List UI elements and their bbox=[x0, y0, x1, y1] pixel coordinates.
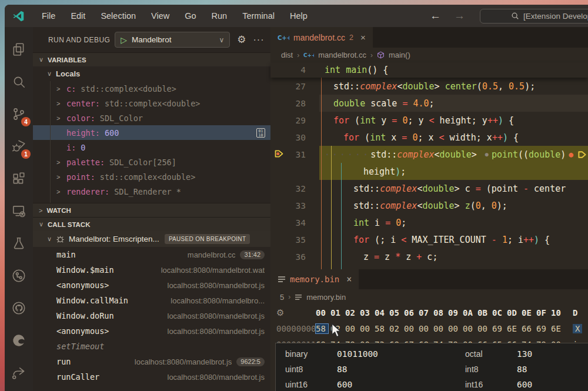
watch-section-header[interactable]: > WATCH bbox=[33, 203, 270, 217]
code-line-34[interactable]: 34int i = 0; bbox=[270, 214, 588, 231]
stack-frame-main[interactable]: mainmandelbrot.cc31:42 bbox=[33, 247, 270, 262]
remote-explorer-icon[interactable] bbox=[5, 195, 33, 227]
debug-settings-gear-icon[interactable]: ⚙ bbox=[237, 34, 246, 46]
hex-byte[interactable]: 00 bbox=[448, 324, 463, 333]
variable-row-renderer[interactable]: >renderer:SDL_Renderer * bbox=[33, 184, 270, 199]
more-actions-icon[interactable]: ··· bbox=[253, 35, 264, 45]
paused-status-badge: PAUSED ON BREAKPOINT bbox=[165, 234, 250, 244]
breadcrumb-folder[interactable]: dist bbox=[281, 51, 293, 59]
code-line-31[interactable]: 31······std::complex<double> ●point((dou… bbox=[270, 146, 588, 163]
extensions-icon[interactable] bbox=[5, 162, 33, 195]
code-editor[interactable]: 27std::complex<double> center(0.5, 0.5);… bbox=[270, 78, 588, 269]
inspector-value: 88 bbox=[517, 362, 588, 377]
variable-row-height[interactable]: height:6000110 bbox=[33, 125, 270, 140]
stack-frame-run[interactable]: runlocalhost:8080/mandelbrot.js9622:5 bbox=[33, 354, 270, 369]
stack-frame-WindowdoRun[interactable]: Window.doRunlocalhost:8080/mandelbrot.js bbox=[33, 308, 270, 323]
github-icon[interactable] bbox=[5, 292, 33, 324]
code-line-29[interactable]: 29for (int y = 0; y < height; y++) { bbox=[270, 112, 588, 129]
hex-byte[interactable]: 6E bbox=[551, 324, 566, 333]
view-binary-icon[interactable]: 0110 bbox=[256, 128, 265, 138]
menu-item-file[interactable]: File bbox=[34, 8, 63, 24]
hex-byte[interactable]: 00 bbox=[419, 324, 433, 333]
tab-memory-bin[interactable]: memory.bin × bbox=[270, 269, 359, 289]
hex-byte[interactable]: 69 bbox=[536, 324, 551, 333]
variable-row-center[interactable]: >center:std::complex<double> bbox=[33, 96, 270, 111]
source-control-icon[interactable]: 4 bbox=[5, 98, 33, 130]
sticky-scroll-line[interactable]: 4int main() { bbox=[270, 62, 588, 78]
menu-item-view[interactable]: View bbox=[143, 8, 177, 24]
stack-frame-anonymous[interactable]: <anonymous>localhost:8080/mandelbrot.js bbox=[33, 323, 270, 339]
stack-frame-setTimeout[interactable]: setTimeout bbox=[33, 339, 270, 354]
hex-byte[interactable]: 00 bbox=[463, 324, 477, 333]
hex-byte[interactable]: 00 bbox=[360, 324, 375, 333]
launch-config-dropdown[interactable]: ▷ Mandelbrot ∨ bbox=[115, 32, 230, 48]
menu-item-selection[interactable]: Selection bbox=[93, 8, 143, 24]
hex-byte[interactable]: 00 bbox=[477, 324, 492, 333]
hierarchy-icon[interactable] bbox=[5, 259, 33, 292]
variable-row-c[interactable]: >c:std::complex<double> bbox=[33, 81, 270, 96]
nav-back-icon[interactable]: ← bbox=[423, 9, 447, 22]
hex-byte[interactable]: 58 bbox=[375, 324, 389, 333]
menu-item-help[interactable]: Help bbox=[282, 8, 315, 24]
variables-section-header[interactable]: ∨ VARIABLES bbox=[33, 52, 270, 66]
menu-item-terminal[interactable]: Terminal bbox=[235, 8, 282, 24]
code-line-wrap[interactable]: height); bbox=[270, 163, 588, 180]
code-line-35[interactable]: 35for (; i < MAX_ITER_COUNT - 1; i++) { bbox=[270, 231, 588, 248]
hex-editor-body[interactable]: ⚙ 000102030405060708090A0B0C0D0E0F10 D 0… bbox=[270, 305, 588, 391]
close-icon[interactable]: × bbox=[360, 32, 366, 42]
hex-byte[interactable]: 58 bbox=[316, 324, 328, 333]
hex-row-00000000[interactable]: 00000000580200005802000000000000696E6669… bbox=[270, 320, 588, 336]
breadcrumb-number[interactable]: 5 bbox=[280, 293, 284, 302]
code-text: if (abs(z) > 2) break; bbox=[319, 265, 588, 269]
breadcrumb-symbol[interactable]: main() bbox=[389, 51, 410, 59]
variable-row-i[interactable]: i:0 bbox=[33, 140, 270, 155]
variable-row-point[interactable]: >point:std::complex<double> bbox=[33, 169, 270, 184]
breadcrumb-file[interactable]: memory.bin bbox=[306, 293, 346, 302]
variable-row-scale[interactable]: scale: bbox=[33, 199, 270, 203]
breadcrumb-file[interactable]: mandelbrot.cc bbox=[318, 51, 366, 59]
variable-row-color[interactable]: >color:SDL_Color bbox=[33, 111, 270, 125]
code-line-27[interactable]: 27std::complex<double> center(0.5, 0.5); bbox=[270, 78, 588, 95]
menu-item-edit[interactable]: Edit bbox=[63, 8, 93, 24]
explorer-icon[interactable] bbox=[5, 33, 33, 65]
hex-byte[interactable]: 00 bbox=[404, 324, 419, 333]
menu-item-run[interactable]: Run bbox=[204, 8, 235, 24]
stack-frame-anonymous[interactable]: <anonymous>localhost:8080/mandelbrot.js bbox=[33, 278, 270, 293]
hex-byte[interactable]: 00 bbox=[433, 324, 448, 333]
command-center-search[interactable]: [Extension Developm bbox=[480, 9, 588, 24]
hex-byte[interactable]: 6E bbox=[507, 324, 522, 333]
testing-beaker-icon[interactable] bbox=[5, 227, 33, 259]
code-line-28[interactable]: 28double scale = 4.0; bbox=[270, 95, 588, 112]
decoded-char[interactable]: X bbox=[573, 324, 582, 333]
code-text: std::complex<double> z(0, 0); bbox=[319, 197, 588, 214]
stack-frame-runCaller[interactable]: runCallerlocalhost:8080/mandelbrot.js bbox=[33, 369, 270, 385]
start-debug-icon[interactable]: ▷ bbox=[121, 35, 127, 45]
call-stack-section-header[interactable]: ∨ CALL STACK bbox=[33, 217, 270, 231]
hex-byte[interactable]: 69 bbox=[492, 324, 507, 333]
menu-item-go[interactable]: Go bbox=[177, 8, 203, 24]
code-line-37[interactable]: 37if (abs(z) > 2) break; bbox=[270, 265, 588, 269]
gear-icon[interactable]: ⚙ bbox=[276, 308, 316, 318]
stack-frame-WindowcallMain[interactable]: Window.callMainlocalhost:8080/mandelbro.… bbox=[33, 293, 270, 308]
hex-byte[interactable]: 00 bbox=[345, 324, 360, 333]
debug-session-row[interactable]: ∨ Mandelbrot: Emscripten... PAUSED ON BR… bbox=[33, 231, 270, 247]
code-line-30[interactable]: 30for (int x = 0; x < width; x++) { bbox=[270, 129, 588, 146]
live-share-icon[interactable] bbox=[5, 356, 33, 389]
chevron-right-icon: › bbox=[288, 293, 290, 301]
hex-byte[interactable]: 02 bbox=[389, 324, 404, 333]
stack-frame-Window$main[interactable]: Window.$mainlocalhost:8080/mandelbrot.wa… bbox=[33, 262, 270, 278]
close-icon[interactable]: × bbox=[346, 274, 352, 285]
nav-forward-icon[interactable]: → bbox=[447, 9, 472, 22]
tab-mandelbrot-cc[interactable]: C++ mandelbrot.cc 2 × bbox=[270, 27, 373, 48]
code-line-32[interactable]: 32std::complex<double> c = (point - cent… bbox=[270, 180, 588, 197]
variable-row-palette[interactable]: >palette:SDL_Color[256] bbox=[33, 155, 270, 169]
search-icon[interactable] bbox=[5, 65, 33, 98]
locals-scope-row[interactable]: ∨ Locals bbox=[33, 66, 270, 81]
code-line-33[interactable]: 33std::complex<double> z(0, 0); bbox=[270, 197, 588, 214]
code-line-36[interactable]: 36z = z * z + c; bbox=[270, 248, 588, 265]
hex-byte[interactable]: 66 bbox=[522, 324, 536, 333]
code-line-4[interactable]: 4int main() { bbox=[270, 62, 588, 78]
inspector-label: int8 bbox=[465, 362, 517, 377]
run-and-debug-icon[interactable]: 1 bbox=[5, 130, 33, 162]
edge-browser-icon[interactable] bbox=[5, 324, 33, 356]
